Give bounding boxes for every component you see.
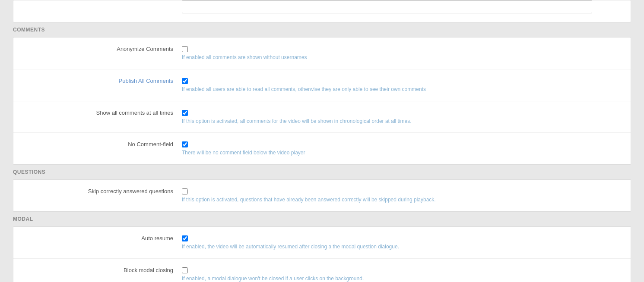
publish-all-comments-content: If enabled all users are able to read al… [182,77,622,93]
skip-correctly-answered-label: Skip correctly answered questions [22,188,182,194]
comments-section-header: COMMENTS [0,22,644,37]
show-all-comments-checkbox[interactable] [182,110,188,116]
anonymize-comments-checkbox-row [182,45,622,52]
skip-correctly-answered-checkbox-row [182,188,622,194]
show-all-comments-checkbox-row [182,109,622,116]
publish-all-comments-label: Publish All Comments [22,77,182,84]
publish-all-comments-row: Publish All Comments If enabled all user… [13,69,631,101]
show-all-comments-content: If this option is activated, all comment… [182,109,622,125]
publish-all-comments-checkbox[interactable] [182,78,188,84]
top-textarea[interactable] [182,0,592,13]
modal-settings-card: Auto resume If enabled, the video will b… [13,226,631,282]
auto-resume-checkbox-row [182,235,622,241]
anonymize-comments-checkbox[interactable] [182,46,188,52]
anonymize-comments-label: Anonymize Comments [22,45,182,52]
auto-resume-description: If enabled, the video will be automatica… [182,243,622,251]
no-comment-field-content: There will be no comment field below the… [182,141,622,157]
block-modal-closing-checkbox[interactable] [182,267,188,273]
auto-resume-row: Auto resume If enabled, the video will b… [13,227,631,259]
skip-correctly-answered-checkbox[interactable] [182,188,188,194]
comments-settings-card: Anonymize Comments If enabled all commen… [13,37,631,165]
skip-correctly-answered-content: If this option is activated, questions t… [182,188,622,204]
no-comment-field-description: There will be no comment field below the… [182,149,622,157]
auto-resume-content: If enabled, the video will be automatica… [182,235,622,251]
no-comment-field-checkbox[interactable] [182,141,188,147]
block-modal-closing-label: Block modal closing [22,266,182,273]
no-comment-field-checkbox-row [182,141,622,147]
block-modal-closing-checkbox-row [182,266,622,273]
questions-settings-card: Skip correctly answered questions If thi… [13,179,631,212]
block-modal-closing-content: If enabled, a modal dialogue won't be cl… [182,266,622,282]
block-modal-closing-row: Block modal closing If enabled, a modal … [13,259,631,282]
page-wrapper: COMMENTS Anonymize Comments If enabled a… [0,0,644,282]
top-input-row [13,0,631,18]
top-card [13,0,631,22]
show-all-comments-row: Show all comments at all times If this o… [13,101,631,133]
skip-correctly-answered-row: Skip correctly answered questions If thi… [13,180,631,211]
questions-section-header: QUESTIONS [0,165,644,179]
block-modal-closing-description: If enabled, a modal dialogue won't be cl… [182,275,622,282]
no-comment-field-row: No Comment-field There will be no commen… [13,133,631,164]
show-all-comments-description: If this option is activated, all comment… [182,118,622,125]
anonymize-comments-content: If enabled all comments are shown withou… [182,45,622,61]
publish-all-comments-checkbox-row [182,77,622,84]
anonymize-comments-row: Anonymize Comments If enabled all commen… [13,38,631,69]
auto-resume-checkbox[interactable] [182,235,188,241]
publish-all-comments-description: If enabled all users are able to read al… [182,86,622,93]
anonymize-comments-description: If enabled all comments are shown withou… [182,54,622,61]
show-all-comments-label: Show all comments at all times [22,109,182,116]
auto-resume-label: Auto resume [22,235,182,241]
skip-correctly-answered-description: If this option is activated, questions t… [182,196,622,204]
modal-section-header: MODAL [0,212,644,226]
no-comment-field-label: No Comment-field [22,141,182,147]
